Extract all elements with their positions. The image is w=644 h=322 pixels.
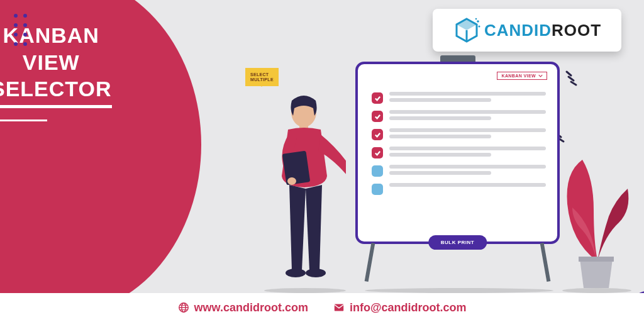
- shadow: [365, 288, 553, 293]
- brand-logo-card: CANDIDROOT: [433, 9, 621, 52]
- svg-rect-8: [282, 151, 311, 186]
- list-item: [372, 92, 546, 104]
- placeholder-line: [389, 128, 546, 132]
- view-selector-dropdown[interactable]: KANBAN VIEW: [497, 72, 547, 80]
- list-item: [372, 183, 546, 195]
- globe-icon: [178, 302, 189, 313]
- placeholder-line: [389, 116, 491, 120]
- row-checkbox[interactable]: [372, 111, 383, 122]
- check-icon: [374, 113, 381, 120]
- row-checkbox[interactable]: [372, 92, 383, 104]
- hero-title-line2: VIEW: [0, 49, 112, 76]
- person-illustration: [264, 94, 346, 289]
- squiggle-icon: [565, 68, 584, 87]
- select-multiple-bubble: SELECT MULTIPLE: [245, 68, 279, 86]
- placeholder-line: [389, 110, 546, 114]
- placeholder-line: [389, 147, 546, 150]
- svg-point-11: [306, 269, 326, 277]
- board-leg: [540, 243, 551, 282]
- placeholder-line: [389, 135, 491, 138]
- row-content: [389, 165, 546, 175]
- row-checkbox[interactable]: [372, 129, 383, 140]
- bulk-print-button[interactable]: BULK PRINT: [428, 235, 487, 250]
- list-item: [372, 110, 546, 122]
- list-item: [372, 165, 546, 177]
- list-item: [372, 128, 546, 140]
- brand-cube-icon: [453, 16, 480, 44]
- row-checkbox[interactable]: [372, 184, 383, 195]
- svg-marker-1: [457, 19, 477, 30]
- svg-rect-18: [335, 304, 343, 311]
- placeholder-line: [389, 183, 546, 187]
- chevron-down-icon: [538, 74, 543, 78]
- placeholder-line: [389, 171, 491, 175]
- plant-illustration: [558, 147, 634, 292]
- list-item: [372, 147, 546, 158]
- svg-point-4: [475, 18, 477, 20]
- row-content: [389, 183, 546, 187]
- footer-bar: www.candidroot.com info@candidroot.com: [0, 293, 644, 322]
- check-icon: [374, 95, 381, 102]
- hero-title-line3: SELECTOR: [0, 75, 112, 108]
- svg-rect-12: [579, 257, 614, 262]
- check-icon: [374, 150, 381, 157]
- row-content: [389, 128, 546, 138]
- kanban-board: KANBAN VIEW BULK PRINT: [355, 62, 560, 244]
- svg-point-10: [286, 269, 306, 277]
- row-checkbox[interactable]: [372, 147, 383, 158]
- placeholder-line: [389, 92, 546, 96]
- placeholder-line: [389, 165, 546, 169]
- check-icon: [374, 131, 381, 138]
- dot-grid: [14, 14, 27, 46]
- placeholder-line: [389, 153, 491, 157]
- row-checkbox[interactable]: [372, 165, 383, 177]
- hero-blob: KANBAN VIEW SELECTOR: [0, 0, 201, 314]
- row-content: [389, 110, 546, 120]
- svg-point-3: [478, 26, 480, 28]
- placeholder-line: [389, 98, 491, 102]
- svg-point-2: [477, 20, 479, 23]
- svg-point-9: [287, 177, 296, 185]
- board-leg: [365, 243, 375, 282]
- brand-wordmark: CANDIDROOT: [484, 21, 601, 40]
- row-content: [389, 92, 546, 102]
- mail-icon: [333, 302, 345, 313]
- row-content: [389, 147, 546, 157]
- website-link[interactable]: www.candidroot.com: [178, 301, 308, 314]
- email-link[interactable]: info@candidroot.com: [333, 301, 467, 314]
- hero-divider: [0, 119, 47, 121]
- kanban-rows: [372, 92, 546, 195]
